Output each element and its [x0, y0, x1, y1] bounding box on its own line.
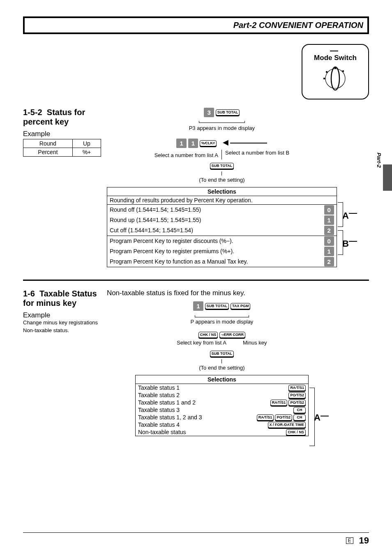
- sel-row: Taxable status 1 and 2RA⁄T/S1PO⁄T/S2: [136, 399, 308, 406]
- bracket-B: [338, 230, 343, 255]
- bracket-A-leader: [349, 213, 357, 214]
- key-percent-clk: %⁄CLK#: [200, 140, 217, 146]
- sel-row-key: CH: [293, 414, 306, 421]
- sel-row: Taxable status 1RA⁄T/S1: [136, 384, 308, 391]
- step1-note: P3 appears in mode display: [189, 125, 255, 131]
- sel-row-key: PO⁄T/S2: [275, 414, 292, 421]
- sel-row: Non-taxable statusCHK / NS: [136, 428, 308, 436]
- sel-row-key: CHK / NS: [286, 429, 306, 435]
- bracket-A2-leader: [321, 416, 329, 416]
- side-tab-block: [383, 164, 392, 191]
- sec16-step2-endnote: (To end the setting): [199, 365, 244, 371]
- svg-point-0: [325, 69, 345, 88]
- key-subtotal: SUB TOTAL: [205, 303, 229, 309]
- mode-switch-dial-icon: [317, 64, 354, 94]
- step2-noteA: Select a number from list A: [154, 152, 218, 158]
- sec152-selections-box: Selections Rounding of results produced …: [107, 187, 337, 267]
- sel-groupA-title: Rounding of results produced by Percent …: [107, 196, 337, 205]
- key-subtotal-end: SUB TOTAL: [210, 163, 234, 169]
- svg-point-2: [334, 67, 336, 69]
- sel-header: Selections: [107, 187, 337, 196]
- svg-point-1: [331, 67, 339, 90]
- sec16-example-text1: Change minus key registrations: [23, 319, 105, 326]
- key-taxpgm: TAX PGM: [231, 303, 250, 309]
- sec16-number: 1-6: [23, 289, 35, 298]
- extable-r1c1: Round: [23, 139, 73, 148]
- sel-row-key: RA⁄T/S1: [270, 400, 288, 406]
- key-subtotal: SUB TOTAL: [216, 109, 240, 116]
- sec152-number: 1-5-2: [23, 108, 42, 117]
- sel-row: Program Percent Key to function as a Man…: [107, 257, 337, 267]
- section-divider: [23, 280, 369, 281]
- step-num-1a: 1: [176, 139, 186, 148]
- sel-row-text: Taxable status 1 and 2: [138, 399, 269, 406]
- extable-r1c2: Up: [72, 139, 101, 148]
- sec16-selections-box: Selections Taxable status 1RA⁄T/S1Taxabl…: [135, 375, 309, 436]
- sel-row-text: Taxable status 1: [138, 384, 287, 391]
- extable-r2c2: %+: [72, 148, 101, 157]
- sel-row: Round up (1.544=1.55; 1.545=1.55)1: [107, 215, 337, 225]
- sel-row: Program Percent Key to register premiums…: [107, 246, 337, 257]
- mode-switch-leader: [330, 51, 338, 51]
- step-num-1b: 1: [188, 139, 198, 148]
- group-letter-B: B: [342, 238, 349, 249]
- sec16-lead: Non-taxable status is fixed for the minu…: [107, 289, 337, 297]
- mode-switch-label: Mode Switch: [314, 54, 357, 62]
- sel-header2: Selections: [136, 375, 308, 384]
- svg-point-3: [326, 71, 327, 73]
- svg-point-4: [323, 78, 325, 79]
- sel-row-text: Non-taxable status: [138, 429, 285, 435]
- step2-endnote: (To end the setting): [199, 177, 244, 183]
- sel-row: Program Percent Key to register discount…: [107, 236, 337, 246]
- step2-noteB: Select a number from list B: [225, 150, 289, 156]
- sel-row-text: Taxable status 3: [138, 407, 292, 413]
- extable-r2c1: Percent: [23, 148, 73, 157]
- header-bar: Part-2 CONVENIENT OPERATION: [23, 16, 369, 34]
- sel-row: Taxable status 1, 2 and 3RA⁄T/S1PO⁄T/S2C…: [136, 414, 308, 421]
- sel-row-key: RA⁄T/S1: [288, 385, 306, 391]
- side-tab-label: Part-2: [376, 153, 382, 168]
- key-chk-ns: CHK / NS: [198, 332, 218, 338]
- footer: E 19: [23, 532, 369, 546]
- sel-row-key: PO⁄T/S2: [288, 400, 306, 406]
- sel-row: Round off (1.544=1.54; 1.545=1.55)0: [107, 205, 337, 215]
- header-title: Part-2 CONVENIENT OPERATION: [233, 21, 363, 30]
- sec16-example-label: Example: [23, 311, 105, 319]
- group-letter-A: A: [342, 210, 349, 221]
- sec16-example-text2: Non-taxable status.: [23, 327, 105, 333]
- section-1-5-2: 1-5-2 Status for percent key Example Rou…: [23, 108, 369, 267]
- sel-row: Taxable status 2PO⁄T/S2: [136, 391, 308, 399]
- key-subtotal-end2: SUB TOTAL: [210, 351, 234, 357]
- arrow-line: [230, 143, 267, 143]
- sel-row: Cut off (1.544=1.54; 1.545=1.54)2: [107, 225, 337, 236]
- sec16-step-num: 1: [193, 301, 203, 311]
- bracket-A2: [309, 388, 315, 446]
- sec16-letterA: A: [314, 412, 321, 423]
- sel-row-key: RA⁄T/S1: [257, 414, 274, 421]
- sec16-step1-note: P appears in mode display: [190, 319, 253, 325]
- svg-point-5: [342, 70, 344, 72]
- mode-switch-box: Mode Switch: [302, 44, 369, 99]
- sec152-example-table: Round Up Percent %+: [23, 139, 101, 157]
- sel-row: Taxable status 3CH: [136, 406, 308, 414]
- sec152-example-label: Example: [23, 130, 105, 138]
- section-1-6: 1-6 Taxable Status for minus key Example…: [23, 289, 369, 437]
- sel-row: Taxable status 4X / FOR ⁄DATE TIME: [136, 421, 308, 428]
- page-number: 19: [359, 535, 369, 546]
- key-minus-errcorr: −⁄ERR CORR: [219, 332, 245, 338]
- sel-row-text: Taxable status 4: [138, 421, 267, 428]
- footer-e-box: E: [346, 537, 353, 544]
- sel-row-text: Taxable status 2: [138, 392, 287, 398]
- sel-row-key: X / FOR ⁄DATE TIME: [268, 422, 306, 428]
- sec16-step2-noteA: Select key from list A: [177, 340, 226, 346]
- arrow-left-icon: ◀: [223, 138, 228, 146]
- sel-row-key: CH: [293, 407, 306, 413]
- sel-row-text: Taxable status 1, 2 and 3: [138, 414, 256, 421]
- sec16-step2-noteB: Minus key: [243, 340, 267, 346]
- sel-row-key: PO⁄T/S2: [288, 392, 306, 398]
- step-num-3: 3: [204, 108, 214, 117]
- bracket-A: [338, 202, 343, 227]
- bracket-B-leader: [349, 241, 357, 242]
